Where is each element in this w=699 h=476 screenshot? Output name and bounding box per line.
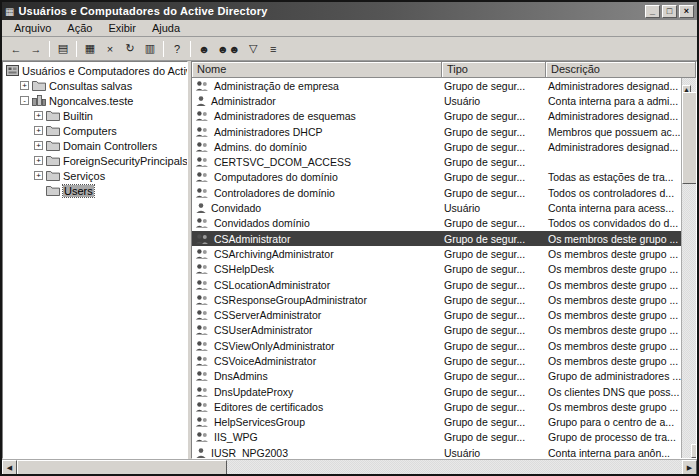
table-row[interactable]: Editores de certificadosGrupo de segur..… xyxy=(192,399,681,414)
row-type: Grupo de segur... xyxy=(442,355,546,367)
collapse-icon[interactable]: - xyxy=(20,96,29,105)
scroll-right-icon[interactable]: ▶ xyxy=(682,460,697,475)
tree-item-label: Domain Controllers xyxy=(63,140,157,152)
tree-item-foreignsecurityprincipals[interactable]: +ForeignSecurityPrincipals xyxy=(3,153,187,168)
folder-icon xyxy=(32,80,46,91)
console-tree: Usuários e Computadores do Active +Consu… xyxy=(2,61,188,459)
folder-icon xyxy=(46,140,60,151)
create-user-icon[interactable]: ☻ xyxy=(194,39,214,58)
tree-item-computers[interactable]: +Computers xyxy=(3,123,187,138)
create-group-icon[interactable]: ☻☻ xyxy=(214,39,243,58)
row-name: IUSR_NPG2003 xyxy=(211,447,288,458)
delete-icon[interactable]: × xyxy=(100,39,120,58)
table-row[interactable]: CSResponseGroupAdministratorGrupo de seg… xyxy=(192,292,681,307)
tree-item-servicos[interactable]: +Serviços xyxy=(3,168,187,183)
refresh-icon[interactable]: ↻ xyxy=(120,39,140,58)
tree-item-builtin[interactable]: +Builtin xyxy=(3,108,187,123)
table-row[interactable]: IUSR_NPG2003UsuárioConta interna para an… xyxy=(192,445,681,458)
menu-exibir[interactable]: Exibir xyxy=(100,21,144,36)
set-filter-icon[interactable]: ▽ xyxy=(243,39,263,58)
help-icon[interactable]: ? xyxy=(167,39,187,58)
group-icon xyxy=(195,355,210,367)
row-type: Grupo de segur... xyxy=(442,263,546,275)
column-header-tipo[interactable]: Tipo xyxy=(442,62,546,78)
table-row[interactable]: CERTSVC_DCOM_ACCESSGrupo de segur... xyxy=(192,154,681,169)
close-button[interactable]: × xyxy=(679,5,694,18)
vertical-scrollbar[interactable]: ▲ ▼ xyxy=(681,78,696,458)
row-type: Usuário xyxy=(442,447,546,458)
expand-icon[interactable]: + xyxy=(34,141,43,150)
title-bar[interactable]: ▦ Usuários e Computadores do Active Dire… xyxy=(2,2,697,20)
row-name: Convidado xyxy=(211,202,261,214)
table-row[interactable]: AdministradorUsuárioConta interna para a… xyxy=(192,93,681,108)
menu-acao[interactable]: Ação xyxy=(59,21,100,36)
table-row[interactable]: DnsAdminsGrupo de segur...Grupo de admin… xyxy=(192,369,681,384)
row-desc: Grupo para o centro de a... xyxy=(546,416,681,428)
view-options-icon[interactable]: ≡ xyxy=(263,39,283,58)
expand-icon[interactable]: + xyxy=(34,126,43,135)
minimize-button[interactable]: _ xyxy=(645,5,660,18)
table-row[interactable]: Admins. do domínioGrupo de segur...Admin… xyxy=(192,139,681,154)
table-row[interactable]: Administradores de esquemasGrupo de segu… xyxy=(192,109,681,124)
horizontal-scroll-thumb[interactable] xyxy=(17,460,227,475)
scroll-down-icon[interactable]: ▼ xyxy=(691,444,697,458)
table-row[interactable]: Controladores de domínioGrupo de segur..… xyxy=(192,185,681,200)
toolbar-separator xyxy=(49,41,50,57)
group-icon xyxy=(195,248,210,260)
table-row[interactable]: ConvidadoUsuárioConta interna para acess… xyxy=(192,200,681,215)
expand-icon[interactable]: + xyxy=(34,111,43,120)
column-header-nome[interactable]: Nome xyxy=(192,62,442,78)
tree-item-domain-controllers[interactable]: +Domain Controllers xyxy=(3,138,187,153)
row-type: Grupo de segur... xyxy=(442,294,546,306)
show-tree-icon[interactable]: ▤ xyxy=(53,39,73,58)
table-row[interactable]: Convidados domínioGrupo de segur...Todos… xyxy=(192,216,681,231)
table-row[interactable]: CSVoiceAdministratorGrupo de segur...Os … xyxy=(192,353,681,368)
table-row[interactable]: HelpServicesGroupGrupo de segur...Grupo … xyxy=(192,415,681,430)
row-type: Grupo de segur... xyxy=(442,340,546,352)
export-list-icon[interactable]: ▥ xyxy=(140,39,160,58)
menu-ajuda[interactable]: Ajuda xyxy=(144,21,188,36)
table-row[interactable]: CSHelpDeskGrupo de segur...Os membros de… xyxy=(192,262,681,277)
table-row[interactable]: DnsUpdateProxyGrupo de segur...Os client… xyxy=(192,384,681,399)
table-row[interactable]: CSServerAdministratorGrupo de segur...Os… xyxy=(192,307,681,322)
row-name: CSUserAdministrator xyxy=(214,324,313,336)
table-row[interactable]: CSArchivingAdministratorGrupo de segur..… xyxy=(192,246,681,261)
back-icon[interactable]: ← xyxy=(6,39,26,58)
vertical-scroll-thumb[interactable] xyxy=(682,92,697,184)
expand-icon[interactable]: + xyxy=(20,81,29,90)
row-desc: Os membros deste grupo ... xyxy=(546,309,681,321)
group-icon xyxy=(195,340,210,352)
table-row[interactable]: Administração de empresaGrupo de segur..… xyxy=(192,78,681,93)
table-row[interactable]: CSAdministratorGrupo de segur...Os membr… xyxy=(192,231,681,246)
tree-root-label: Usuários e Computadores do Active xyxy=(22,65,187,77)
folder-icon xyxy=(46,110,60,121)
row-type: Grupo de segur... xyxy=(442,309,546,321)
expand-icon[interactable]: + xyxy=(34,156,43,165)
scroll-left-icon[interactable]: ◀ xyxy=(2,460,17,475)
table-row[interactable]: IIS_WPGGrupo de segur...Grupo de process… xyxy=(192,430,681,445)
row-name: CSHelpDesk xyxy=(214,263,274,275)
table-row[interactable]: CSLocationAdministratorGrupo de segur...… xyxy=(192,277,681,292)
table-row[interactable]: Administradores DHCPGrupo de segur...Mem… xyxy=(192,124,681,139)
expand-icon[interactable]: + xyxy=(34,171,43,180)
properties-icon[interactable]: ▦ xyxy=(80,39,100,58)
tree-item-consultas-salvas[interactable]: +Consultas salvas xyxy=(3,78,187,93)
horizontal-scrollbar[interactable]: ◀ ▶ xyxy=(2,459,697,474)
tree-item-ngoncalves-teste[interactable]: -Ngoncalves.teste xyxy=(3,93,187,108)
row-name: DnsAdmins xyxy=(214,370,268,382)
group-icon xyxy=(195,217,210,229)
row-name: HelpServicesGroup xyxy=(214,416,305,428)
row-type: Grupo de segur... xyxy=(442,248,546,260)
menu-arquivo[interactable]: Arquivo xyxy=(6,21,59,36)
table-row[interactable]: Computadores do domínioGrupo de segur...… xyxy=(192,170,681,185)
column-header-descricao[interactable]: Descrição xyxy=(546,62,696,78)
tree-item-users[interactable]: Users xyxy=(3,183,187,198)
row-type: Grupo de segur... xyxy=(442,401,546,413)
tree-item-label: ForeignSecurityPrincipals xyxy=(63,155,187,167)
maximize-button[interactable]: □ xyxy=(662,5,677,18)
forward-icon[interactable]: → xyxy=(26,39,46,58)
tree-root[interactable]: Usuários e Computadores do Active xyxy=(3,63,187,78)
table-row[interactable]: CSUserAdministratorGrupo de segur...Os m… xyxy=(192,323,681,338)
table-row[interactable]: CSViewOnlyAdministratorGrupo de segur...… xyxy=(192,338,681,353)
row-desc: Os membros deste grupo ... xyxy=(546,248,681,260)
